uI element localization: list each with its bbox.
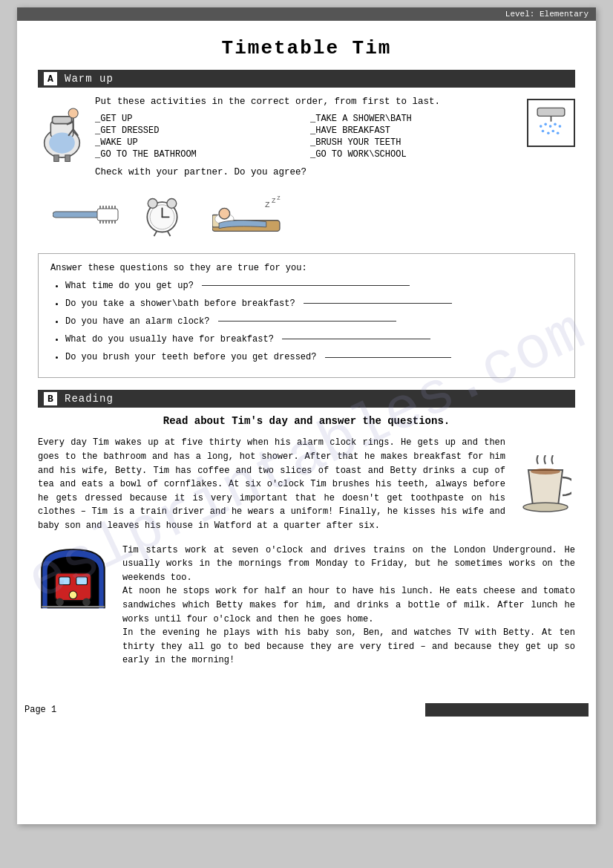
reading-content-1: Every day Tim wakes up at five thirty wh… — [38, 436, 575, 532]
question-2: Do you take a shower\bath before breakfa… — [65, 297, 563, 311]
svg-point-14 — [544, 123, 547, 126]
alarm-clock-icon — [142, 193, 183, 241]
page-title: Timetable Tim — [38, 37, 575, 59]
activity-7: _GO TO THE BATHROOM — [95, 149, 303, 160]
svg-point-13 — [540, 125, 542, 128]
svg-point-52 — [531, 469, 560, 474]
svg-point-21 — [557, 131, 560, 134]
answer-line-1 — [202, 285, 410, 286]
section-b-title: Reading — [65, 393, 114, 405]
section-a-letter: A — [44, 72, 57, 85]
svg-rect-2 — [53, 117, 72, 124]
answer-line-4 — [282, 339, 430, 339]
svg-rect-54 — [59, 577, 71, 585]
svg-point-58 — [82, 598, 91, 606]
section-a-header: A Warm up — [38, 70, 575, 88]
activity-6: _BRUSH YOUR TEETH — [310, 137, 518, 148]
svg-point-40 — [148, 198, 157, 208]
svg-point-51 — [523, 503, 568, 512]
svg-point-16 — [554, 123, 557, 126]
toilet-icon — [38, 99, 86, 167]
train-icon — [38, 544, 112, 668]
svg-point-20 — [551, 130, 554, 133]
question-1: What time do you get up? — [65, 279, 563, 293]
svg-rect-5 — [65, 155, 70, 162]
section-b-header: B Reading — [38, 390, 575, 408]
activity-2: _TAKE A SHOWER\BATH — [310, 114, 518, 124]
question-3: Do you have an alarm clock? — [65, 315, 563, 329]
footer-black-bar — [425, 703, 589, 717]
activity-8: _GO TO WORK\SCHOOL — [310, 149, 518, 160]
answer-box: Answer these questions so they are true … — [38, 253, 575, 379]
warm-up-text: Put these activities in the correct orde… — [95, 95, 518, 184]
coffee-icon — [516, 436, 575, 532]
activity-3: _GET DRESSED — [95, 125, 303, 136]
shower-icon — [527, 99, 575, 147]
warm-up-instruction: Put these activities in the correct orde… — [95, 95, 518, 109]
footer-bar: Page 1 — [17, 700, 596, 719]
question-5: Do you brush your teeth before you get d… — [65, 350, 563, 365]
svg-line-43 — [168, 231, 171, 235]
svg-rect-55 — [76, 577, 88, 585]
answer-line-3 — [218, 321, 396, 322]
activity-4: _HAVE BREAKFAST — [310, 125, 518, 136]
svg-text:Z: Z — [265, 200, 270, 209]
svg-point-56 — [69, 591, 77, 599]
svg-point-17 — [559, 125, 562, 128]
answer-line-2 — [304, 303, 452, 304]
page-number: Page 1 — [24, 705, 56, 715]
svg-line-42 — [154, 231, 157, 235]
section-b-letter: B — [44, 392, 57, 405]
svg-point-57 — [56, 598, 64, 606]
question-4: What do you usually have for breakfast? — [65, 333, 563, 347]
worksheet-page: eslprintables.com Level: Elementary Time… — [17, 7, 596, 824]
top-bar: Level: Elementary — [17, 7, 596, 21]
svg-point-15 — [549, 125, 552, 128]
svg-rect-11 — [537, 108, 565, 116]
svg-text:Z: Z — [277, 195, 281, 201]
questions-list: What time do you get up? Do you take a s… — [50, 279, 563, 365]
svg-rect-22 — [53, 212, 101, 218]
reading-content-2: Tim starts work at seven o'clock and dri… — [38, 544, 575, 668]
activity-1: _GET UP — [95, 114, 303, 124]
reading-paragraph-1: Every day Tim wakes up at five thirty wh… — [38, 436, 505, 532]
svg-text:Z: Z — [272, 197, 276, 205]
toothbrush-icon — [53, 204, 112, 230]
reading-paragraph-2: Tim starts work at seven o'clock and dri… — [122, 544, 575, 668]
svg-point-3 — [49, 132, 75, 153]
reading-subtitle: Read about Tim's day and answer the ques… — [38, 415, 575, 427]
answer-intro: Answer these questions so they are true … — [50, 263, 563, 273]
icons-row: Z Z Z — [53, 193, 575, 241]
svg-rect-4 — [54, 155, 59, 162]
activities-grid: _GET UP _TAKE A SHOWER\BATH _GET DRESSED… — [95, 114, 518, 160]
level-label: Level: Elementary — [505, 10, 589, 19]
svg-point-18 — [542, 130, 545, 133]
answer-line-5 — [325, 357, 451, 358]
svg-point-6 — [68, 108, 78, 118]
sleeping-icon: Z Z Z — [212, 195, 286, 239]
warm-up-content: Put these activities in the correct orde… — [38, 95, 575, 184]
svg-point-41 — [167, 198, 177, 208]
section-a-title: Warm up — [65, 73, 114, 85]
svg-point-19 — [547, 131, 550, 134]
svg-rect-23 — [97, 209, 118, 221]
activity-5: _WAKE UP — [95, 137, 303, 148]
svg-point-47 — [219, 208, 230, 219]
check-partner: Check with your partner. Do you agree? — [95, 166, 518, 180]
